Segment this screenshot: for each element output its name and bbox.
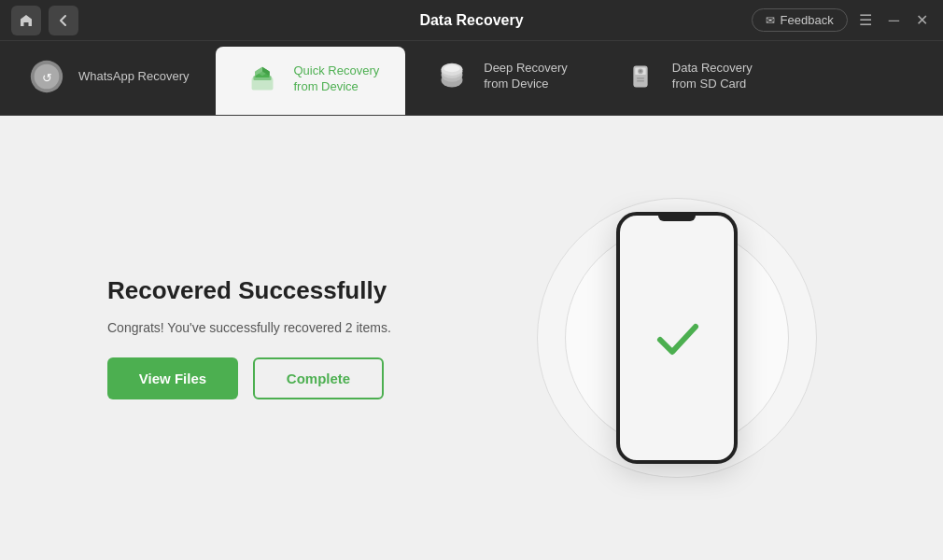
minimize-button[interactable]: ─ <box>885 11 903 30</box>
complete-button[interactable]: Complete <box>253 357 384 399</box>
tab-whatsapp[interactable]: ↺ WhatsApp Recovery <box>0 41 216 115</box>
checkmark-icon <box>649 310 705 366</box>
phone-screen <box>620 216 734 460</box>
svg-point-19 <box>639 70 641 73</box>
title-bar: Data Recovery ✉ Feedback ☰ ─ ✕ <box>0 0 943 41</box>
tab-sd-recovery[interactable]: Data Recovery from SD Card <box>594 41 779 115</box>
app-title: Data Recovery <box>419 12 523 29</box>
mail-icon: ✉ <box>766 14 775 27</box>
tab-deep-label: Deep Recovery from Device <box>484 61 568 92</box>
tab-quick-recovery[interactable]: Quick Recovery from Device <box>216 47 406 115</box>
close-button[interactable]: ✕ <box>912 11 932 30</box>
quick-recovery-icon <box>242 59 283 100</box>
title-bar-right: ✉ Feedback ☰ ─ ✕ <box>752 8 932 32</box>
svg-text:↺: ↺ <box>42 71 52 85</box>
success-subtitle: Congrats! You've successfully recovered … <box>107 320 391 335</box>
success-title: Recovered Successfully <box>107 276 391 305</box>
tab-quick-label: Quick Recovery from Device <box>294 63 380 95</box>
right-panel <box>518 179 836 497</box>
tab-whatsapp-label: WhatsApp Recovery <box>78 69 190 85</box>
checkmark-container <box>649 310 705 366</box>
whatsapp-icon: ↺ <box>26 56 67 97</box>
phone-notch <box>658 216 696 221</box>
back-button[interactable] <box>49 6 78 35</box>
svg-point-13 <box>444 65 460 73</box>
tab-bar: ↺ WhatsApp Recovery Quick Recovery from … <box>0 41 943 116</box>
main-content: Recovered Successfully Congrats! You've … <box>0 116 943 560</box>
tab-sd-label: Data Recovery from SD Card <box>672 61 753 92</box>
home-button[interactable] <box>11 6 41 35</box>
deep-recovery-icon <box>431 56 472 97</box>
action-buttons: View Files Complete <box>107 357 391 399</box>
title-bar-left <box>11 6 78 35</box>
view-files-button[interactable]: View Files <box>107 357 238 399</box>
menu-button[interactable]: ☰ <box>855 11 876 30</box>
tab-deep-recovery[interactable]: Deep Recovery from Device <box>405 41 594 115</box>
phone-illustration <box>616 212 738 464</box>
sd-card-icon <box>620 56 661 97</box>
feedback-button[interactable]: ✉ Feedback <box>752 8 848 32</box>
content-wrapper: Recovered Successfully Congrats! You've … <box>51 142 892 534</box>
left-panel: Recovered Successfully Congrats! You've … <box>107 276 391 399</box>
window-controls: ☰ ─ ✕ <box>855 11 932 30</box>
